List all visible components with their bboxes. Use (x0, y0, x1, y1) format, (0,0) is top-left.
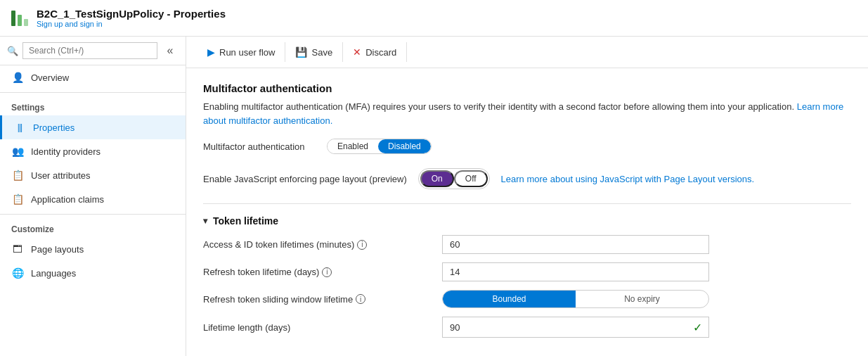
sidebar-item-languages[interactable]: 🌐 Languages (0, 261, 186, 285)
logo-bar-1 (11, 11, 15, 26)
refresh-sliding-info-icon[interactable]: i (356, 294, 365, 304)
save-button[interactable]: 💾 Save (285, 42, 343, 62)
languages-icon: 🌐 (11, 267, 24, 279)
mfa-section-title: Multifactor authentication (203, 82, 851, 94)
access-id-token-label: Access & ID token lifetimes (minutes) i (203, 239, 442, 250)
refresh-sliding-row: Refresh token sliding window lifetime i … (203, 290, 851, 308)
page-layouts-icon: 🗔 (11, 243, 24, 255)
sidebar-item-application-claims[interactable]: 📋 Application claims (0, 187, 186, 211)
mfa-toggle-row: Multifactor authentication Enabled Disab… (203, 139, 851, 154)
refresh-token-label: Refresh token lifetime (days) i (203, 267, 442, 277)
app-main-title: B2C_1_TestSignUpPolicy - Properties (37, 8, 226, 20)
mfa-desc-text: Enabling multifactor authentication (MFA… (203, 101, 794, 112)
sidebar-item-identity-providers-label: Identity providers (31, 146, 101, 157)
user-attributes-icon: 📋 (11, 169, 24, 182)
search-input[interactable] (22, 42, 157, 59)
sidebar-divider-customize (0, 214, 186, 215)
search-icon: 🔍 (7, 46, 18, 56)
refresh-token-row: Refresh token lifetime (days) i (203, 262, 851, 281)
lifetime-length-select[interactable]: 90 (442, 317, 709, 338)
discard-label: Discard (365, 47, 396, 58)
logo-bar-2 (18, 15, 22, 26)
sidebar-item-page-layouts-label: Page layouts (31, 244, 84, 255)
save-icon: 💾 (295, 46, 307, 58)
app-sub-title: Sign up and sign in (37, 20, 226, 28)
sidebar-item-properties[interactable]: ||| Properties (0, 115, 186, 139)
sidebar-item-label: Overview (31, 72, 69, 83)
sidebar-item-identity-providers[interactable]: 👥 Identity providers (0, 139, 186, 163)
javascript-toggle-row: Enable JavaScript enforcing page layout … (203, 168, 851, 189)
refresh-token-info-icon[interactable]: i (322, 267, 332, 277)
mfa-toggle-group[interactable]: Enabled Disabled (327, 139, 432, 154)
access-id-token-row: Access & ID token lifetimes (minutes) i (203, 235, 851, 254)
app-logo (11, 11, 28, 26)
collapse-chevron-icon: ▾ (203, 216, 207, 226)
checkmark-icon: ✓ (693, 321, 702, 334)
sidebar-item-application-claims-label: Application claims (31, 194, 104, 205)
token-section-title: Token lifetime (213, 215, 278, 227)
sidebar: 🔍 « 👤 Overview Settings ||| Properties 👥… (0, 37, 186, 356)
sidebar-section-customize: Customize (0, 217, 186, 237)
identity-providers-icon: 👥 (11, 145, 24, 158)
sidebar-item-user-attributes[interactable]: 📋 User attributes (0, 163, 186, 187)
refresh-sliding-label: Refresh token sliding window lifetime i (203, 294, 442, 305)
section-divider (203, 203, 851, 204)
javascript-field-label: Enable JavaScript enforcing page layout … (203, 174, 407, 184)
header-title-block: B2C_1_TestSignUpPolicy - Properties Sign… (37, 8, 226, 28)
application-claims-icon: 📋 (11, 193, 24, 205)
javascript-learn-more-link[interactable]: Learn more about using JavaScript with P… (501, 174, 755, 184)
save-label: Save (311, 47, 332, 58)
sidebar-item-languages-label: Languages (31, 268, 76, 279)
refresh-token-input[interactable] (442, 262, 709, 281)
properties-icon: ||| (13, 121, 26, 134)
javascript-onoff-toggle[interactable]: On Off (418, 168, 490, 189)
mfa-disabled-option[interactable]: Disabled (378, 139, 431, 153)
run-user-flow-label: Run user flow (219, 47, 275, 58)
mfa-enabled-option[interactable]: Enabled (328, 139, 378, 153)
sidebar-item-page-layouts[interactable]: 🗔 Page layouts (0, 237, 186, 261)
sidebar-collapse-button[interactable]: « (162, 42, 179, 59)
run-icon: ▶ (207, 46, 215, 58)
sidebar-item-overview[interactable]: 👤 Overview (0, 65, 186, 89)
sidebar-item-properties-label: Properties (33, 122, 75, 133)
discard-icon: ✕ (353, 46, 361, 58)
discard-button[interactable]: ✕ Discard (343, 42, 407, 62)
logo-bar-3 (24, 19, 28, 26)
javascript-on-option[interactable]: On (420, 170, 454, 187)
access-id-token-info-icon[interactable]: i (357, 240, 367, 250)
app-header: B2C_1_TestSignUpPolicy - Properties Sign… (0, 0, 868, 37)
lifetime-length-label: Lifetime length (days) (203, 322, 442, 333)
sidebar-divider-settings (0, 92, 186, 93)
sidebar-search-bar[interactable]: 🔍 « (0, 37, 186, 65)
run-user-flow-button[interactable]: ▶ Run user flow (197, 42, 285, 62)
lifetime-length-row: Lifetime length (days) 90 ✓ (203, 317, 851, 338)
content-area: Multifactor authentication Enabling mult… (186, 68, 868, 356)
toolbar: ▶ Run user flow 💾 Save ✕ Discard (186, 37, 868, 68)
overview-icon: 👤 (11, 71, 24, 84)
main-layout: 🔍 « 👤 Overview Settings ||| Properties 👥… (0, 37, 868, 356)
mfa-section-desc: Enabling multifactor authentication (MFA… (203, 100, 851, 127)
token-section-header[interactable]: ▾ Token lifetime (203, 215, 851, 227)
lifetime-length-select-wrapper[interactable]: 90 ✓ (442, 317, 709, 338)
javascript-off-option[interactable]: Off (454, 170, 488, 187)
sidebar-item-user-attributes-label: User attributes (31, 170, 91, 181)
no-expiry-option[interactable]: No expiry (576, 291, 708, 307)
access-id-token-input[interactable] (442, 235, 709, 254)
bounded-toggle-group[interactable]: Bounded No expiry (442, 290, 709, 308)
mfa-field-label: Multifactor authentication (203, 141, 316, 152)
sidebar-section-settings: Settings (0, 96, 186, 115)
bounded-option[interactable]: Bounded (443, 291, 576, 307)
